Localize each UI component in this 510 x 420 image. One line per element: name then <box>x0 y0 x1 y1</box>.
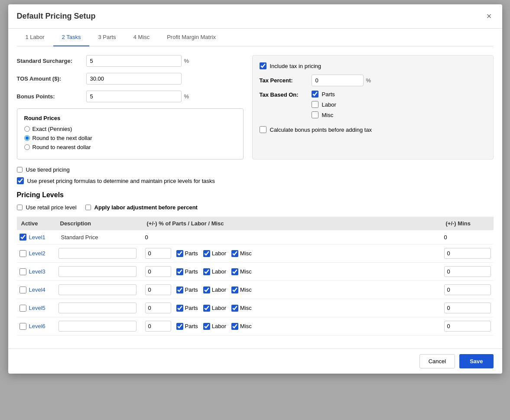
apply-labor-label: Apply labor adjustment before percent <box>94 204 198 211</box>
use-retail-checkbox[interactable] <box>17 205 23 210</box>
level6-misc-checkbox[interactable] <box>231 323 238 330</box>
close-button[interactable]: × <box>485 11 494 21</box>
level4-mins-input[interactable] <box>444 284 491 295</box>
level2-percent-input[interactable] <box>145 248 171 259</box>
level6-percent-input[interactable] <box>145 321 171 332</box>
round-exact-radio[interactable] <box>24 126 30 132</box>
standard-surcharge-unit: % <box>184 58 189 64</box>
level3-misc-checkbox[interactable] <box>231 268 238 275</box>
apply-labor-checkbox[interactable] <box>85 205 91 210</box>
level5-misc-checkbox[interactable] <box>231 305 238 312</box>
level3-parts-label: Parts <box>185 268 198 275</box>
level5-label[interactable]: Level5 <box>29 305 45 311</box>
level6-misc-label: Misc <box>240 323 252 329</box>
table-row: Level4 Parts Labor Misc <box>17 281 494 299</box>
level4-parts-checkbox[interactable] <box>176 287 183 293</box>
level4-labor-label: Labor <box>212 287 226 293</box>
tab-labor[interactable]: 1 Labor <box>17 29 53 46</box>
tax-parts-checkbox[interactable] <box>312 91 318 98</box>
col-mins: (+/-) Mins <box>442 217 494 230</box>
level5-active-checkbox[interactable] <box>19 305 26 312</box>
level4-active-checkbox[interactable] <box>19 287 26 293</box>
cancel-button[interactable]: Cancel <box>419 354 455 368</box>
tax-based-on-label: Tax Based On: <box>260 91 312 98</box>
level6-label[interactable]: Level6 <box>29 323 45 329</box>
standard-surcharge-input[interactable] <box>86 55 182 67</box>
round-next-dollar-label: Round to the next dollar <box>32 135 92 141</box>
tab-profit-margin-matrix[interactable]: Profit Margin Matrix <box>158 29 224 46</box>
tax-percent-input[interactable] <box>312 75 364 86</box>
level1-label[interactable]: Level1 <box>29 234 45 241</box>
level6-active-checkbox[interactable] <box>19 323 26 330</box>
level2-labor-checkbox[interactable] <box>203 250 210 257</box>
level4-label[interactable]: Level4 <box>29 287 45 293</box>
level2-label[interactable]: Level2 <box>29 250 45 257</box>
level4-misc-label: Misc <box>240 287 252 293</box>
tab-tasks[interactable]: 2 Tasks <box>53 29 90 46</box>
level5-labor-checkbox[interactable] <box>203 305 210 312</box>
tax-misc-checkbox[interactable] <box>312 111 318 118</box>
level3-parts-checkbox[interactable] <box>176 268 183 275</box>
tax-section: Include tax in pricing Tax Percent: % Ta… <box>252 55 494 160</box>
pricing-levels-title: Pricing Levels <box>17 191 494 199</box>
level6-parts-label: Parts <box>185 323 198 329</box>
level2-description-input[interactable] <box>58 248 136 259</box>
tax-percent-label: Tax Percent: <box>260 77 312 84</box>
level4-description-input[interactable] <box>58 284 136 295</box>
include-tax-checkbox[interactable] <box>260 62 266 69</box>
calculate-bonus-checkbox[interactable] <box>260 126 266 133</box>
level3-misc-label: Misc <box>240 268 252 275</box>
use-preset-label: Use preset pricing formulas to determine… <box>27 178 215 184</box>
tos-amount-label: TOS Amount ($): <box>17 75 86 82</box>
tab-bar: 1 Labor 2 Tasks 3 Parts 4 Misc Profit Ma… <box>17 29 494 46</box>
bonus-points-label: Bonus Points: <box>17 93 86 100</box>
round-next-dollar-radio[interactable] <box>24 135 30 141</box>
round-exact-label: Exact (Pennies) <box>32 126 72 132</box>
level1-percent: 0 <box>145 234 148 241</box>
use-tiered-checkbox[interactable] <box>17 167 23 173</box>
level3-labor-checkbox[interactable] <box>203 268 210 275</box>
level6-mins-input[interactable] <box>444 321 491 332</box>
level2-active-checkbox[interactable] <box>19 250 26 257</box>
tab-misc[interactable]: 4 Misc <box>125 29 159 46</box>
save-button[interactable]: Save <box>459 354 493 368</box>
level4-misc-checkbox[interactable] <box>231 287 238 293</box>
level6-description-input[interactable] <box>58 321 136 332</box>
tax-parts-label: Parts <box>322 91 335 98</box>
level2-misc-label: Misc <box>240 250 252 257</box>
level2-parts-checkbox[interactable] <box>176 250 183 257</box>
level4-labor-checkbox[interactable] <box>203 287 210 293</box>
use-preset-checkbox[interactable] <box>17 177 24 184</box>
level3-labor-label: Labor <box>212 268 226 275</box>
level3-percent-input[interactable] <box>145 266 171 277</box>
use-tiered-label: Use tiered pricing <box>26 166 70 173</box>
level5-description-input[interactable] <box>58 303 136 313</box>
bonus-points-input[interactable] <box>86 91 182 102</box>
level5-parts-checkbox[interactable] <box>176 305 183 312</box>
col-parts-labor-misc: (+/-) % of Parts / Labor / Misc <box>143 217 442 230</box>
level5-parts-label: Parts <box>185 305 198 311</box>
col-description: Description <box>56 217 143 230</box>
levels-table: Active Description (+/-) % of Parts / La… <box>17 217 494 335</box>
level3-description-input[interactable] <box>58 266 136 277</box>
level5-mins-input[interactable] <box>444 303 491 313</box>
standard-surcharge-label: Standard Surcharge: <box>17 58 86 64</box>
level3-label[interactable]: Level3 <box>29 268 45 275</box>
level3-mins-input[interactable] <box>444 266 491 277</box>
level6-labor-checkbox[interactable] <box>203 323 210 330</box>
table-row: Level6 Parts Labor Misc <box>17 317 494 335</box>
level5-percent-input[interactable] <box>145 303 171 313</box>
round-nearest-dollar-radio[interactable] <box>24 144 30 150</box>
level6-parts-checkbox[interactable] <box>176 323 183 330</box>
level2-mins-input[interactable] <box>444 248 491 259</box>
tab-parts[interactable]: 3 Parts <box>89 29 124 46</box>
level4-percent-input[interactable] <box>145 284 171 295</box>
level1-active-checkbox[interactable] <box>19 234 26 241</box>
calculate-bonus-label: Calculate bonus points before adding tax <box>270 127 372 133</box>
level3-active-checkbox[interactable] <box>19 268 26 275</box>
level2-misc-checkbox[interactable] <box>231 250 238 257</box>
tax-labor-checkbox[interactable] <box>312 101 318 108</box>
tax-misc-label: Misc <box>322 112 334 118</box>
tos-amount-input[interactable] <box>86 73 182 85</box>
level2-labor-label: Labor <box>212 250 226 257</box>
